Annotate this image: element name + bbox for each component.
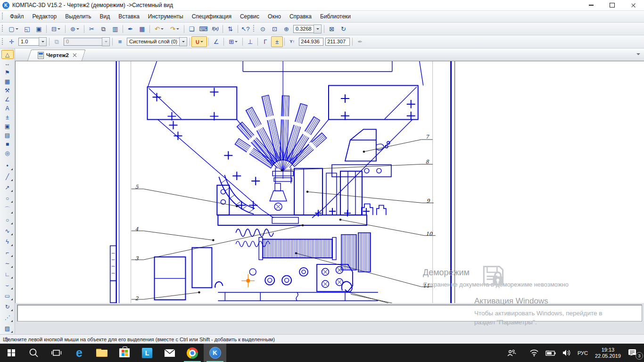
minimize-button[interactable] <box>580 0 602 10</box>
print-button[interactable]: ⊟ <box>48 24 64 34</box>
coordinate-y-field[interactable]: 211.307 <box>325 38 350 46</box>
tab-drawing2[interactable]: Чертеж2 <box>27 49 82 61</box>
menu-specification[interactable]: Спецификация <box>188 12 236 21</box>
panel-specification[interactable]: ± <box>1 113 14 122</box>
people-button[interactable] <box>504 344 520 362</box>
toolbar-grip[interactable] <box>253 25 255 33</box>
edge-app-button[interactable]: e <box>68 344 91 362</box>
menu-insert[interactable]: Вставка <box>114 12 144 21</box>
kompas-app-button[interactable]: K <box>204 344 226 362</box>
variables-window-button[interactable]: ⌨ <box>198 24 209 34</box>
snap-magnet-button[interactable]: ∪ <box>191 36 207 47</box>
chevron-down-icon[interactable] <box>39 37 47 46</box>
toolbar-grip[interactable] <box>1 25 4 33</box>
fx-variables-button[interactable]: f(x) <box>209 24 221 34</box>
menu-help[interactable]: Справка <box>285 12 316 21</box>
panel-inserts[interactable]: ■ <box>1 140 14 148</box>
chevron-down-icon[interactable] <box>179 37 187 46</box>
tool-continuous-input[interactable]: ⌐ <box>1 247 14 258</box>
zoom-document-button[interactable]: ⊙ <box>257 24 269 34</box>
panel-macro[interactable]: ◎ <box>1 148 14 157</box>
language-indicator[interactable]: РУС <box>574 344 591 362</box>
start-button[interactable] <box>0 344 23 362</box>
menu-service[interactable]: Сервис <box>236 12 264 21</box>
current-step-combo[interactable]: 1.0 <box>18 37 47 46</box>
angle-snap-button[interactable]: ∠ <box>210 36 222 47</box>
tool-point[interactable]: • <box>1 160 14 171</box>
panel-reports[interactable]: ▣ <box>1 122 14 131</box>
menu-tools[interactable]: Инструменты <box>144 12 188 21</box>
local-cs-button[interactable]: ⊥ <box>244 36 256 47</box>
tool-hatch[interactable]: ▨ <box>1 323 14 334</box>
tool-circle[interactable]: ○ <box>1 193 14 204</box>
tool-curve[interactable]: ∼ <box>1 258 14 269</box>
zoom-scale-combo[interactable]: 0.3268 <box>293 25 322 33</box>
panel-designations[interactable]: ⚑ <box>1 68 14 77</box>
copy-button[interactable]: ⧉ <box>98 24 109 34</box>
tool-auxiliary-line[interactable]: ↗ <box>1 182 14 193</box>
undo-button[interactable]: ↶ <box>151 24 167 34</box>
help-cursor-button[interactable]: ↖? <box>239 24 251 34</box>
tab-close-icon[interactable] <box>73 53 77 58</box>
coordinate-x-field[interactable]: 244.936 <box>299 38 323 46</box>
menu-view[interactable]: Вид <box>96 12 115 21</box>
menu-file[interactable]: Файл <box>6 12 28 21</box>
redo-button[interactable]: ↷ <box>167 24 182 34</box>
tool-fillet[interactable]: ⌣ <box>1 280 14 290</box>
maximize-button[interactable] <box>602 0 623 10</box>
chrome-app-button[interactable] <box>181 344 204 362</box>
refresh-image-button[interactable]: ↻ <box>338 24 349 34</box>
battery-button[interactable] <box>542 344 559 362</box>
grid-button[interactable]: ⊞ <box>225 36 241 47</box>
menu-editor[interactable]: Редактор <box>28 12 61 21</box>
task-view-button[interactable] <box>45 344 68 362</box>
tray-expand-chevron-icon[interactable] <box>520 344 526 362</box>
tool-multiline[interactable]: ⋰ <box>1 312 14 323</box>
volume-button[interactable] <box>559 344 574 362</box>
menu-select[interactable]: Выделить <box>61 12 95 21</box>
tool-segment[interactable]: ╱ <box>1 171 14 182</box>
tool-equidistant[interactable]: ϟ <box>1 236 14 247</box>
panel-views[interactable]: ▤ <box>1 131 14 140</box>
file-explorer-button[interactable] <box>91 344 113 362</box>
menubar-grip[interactable] <box>1 13 4 20</box>
tool-collect-contour[interactable]: ↻ <box>1 301 14 312</box>
lightshot-app-button[interactable]: L <box>136 344 158 362</box>
toolbar-grip[interactable] <box>1 38 4 46</box>
current-layer-combo[interactable]: Системный слой (0) <box>127 37 187 46</box>
zoom-in-button[interactable]: ⊕ <box>281 24 292 34</box>
wifi-button[interactable] <box>526 344 542 362</box>
paste-button[interactable]: ▥ <box>109 24 121 34</box>
store-app-button[interactable] <box>113 344 136 362</box>
close-button[interactable] <box>623 0 644 10</box>
zoom-frame-button[interactable]: ⊡ <box>269 24 281 34</box>
chevron-down-icon[interactable] <box>314 25 322 33</box>
tool-ellipse[interactable]: ○ <box>1 214 14 225</box>
notification-center-button[interactable]: 3 <box>625 344 644 362</box>
document-manager-button[interactable]: ❏ <box>186 24 198 34</box>
menu-window[interactable]: Окно <box>264 12 285 21</box>
panel-editing[interactable]: ▦ <box>1 77 14 86</box>
tool-bezier-curve[interactable]: ∿ <box>1 225 14 236</box>
object-order-button[interactable]: ⇅ <box>224 24 236 34</box>
panel-parametrization[interactable]: ⚒ <box>1 86 14 95</box>
panel-dimensions[interactable]: ↔ <box>1 59 14 68</box>
ortho-drawing-button[interactable]: Г <box>259 36 271 47</box>
copy-properties-button[interactable]: ✒ <box>124 24 136 34</box>
tool-arc[interactable]: ⌒ <box>1 204 14 214</box>
new-document-button[interactable]: ▢ <box>6 24 21 34</box>
open-document-button[interactable]: ◱ <box>21 24 33 34</box>
mail-app-button[interactable] <box>158 344 181 362</box>
panel-geometry[interactable]: △ <box>1 50 14 59</box>
panel-measure-2d[interactable]: ∠ <box>1 95 14 104</box>
menu-libraries[interactable]: Библиотеки <box>316 12 355 21</box>
cut-button[interactable]: ✂ <box>86 24 98 34</box>
show-all-button[interactable]: ⊠ <box>326 24 338 34</box>
search-button[interactable] <box>23 344 45 362</box>
clock[interactable]: 19:13 22.05.2019 <box>591 347 625 359</box>
print-preview-button[interactable]: ⊚ <box>67 24 83 34</box>
panel-selection[interactable]: A <box>1 104 14 113</box>
tool-chamfer[interactable]: ∟ <box>1 269 14 280</box>
drawing-canvas[interactable]: 2 3 4 5 7 8 9 10 11 <box>15 61 644 303</box>
tool-rectangle[interactable]: ▭ <box>1 290 14 301</box>
